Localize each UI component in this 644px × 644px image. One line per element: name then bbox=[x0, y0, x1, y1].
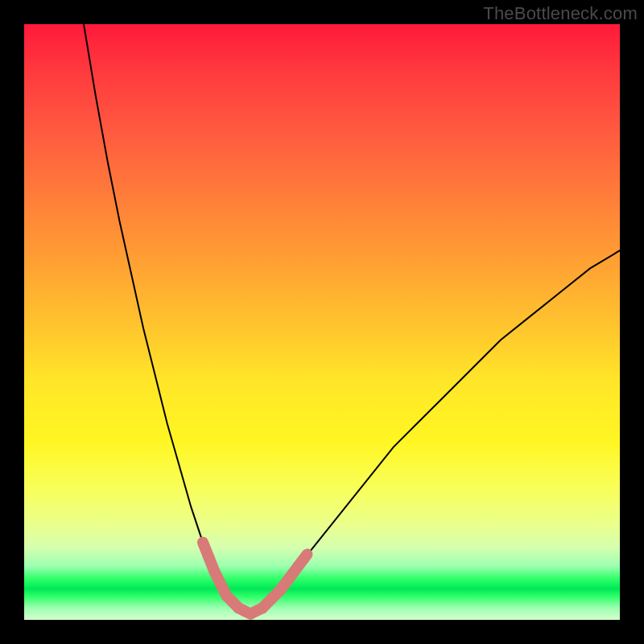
curve-layer bbox=[24, 24, 620, 620]
plot-area bbox=[24, 24, 620, 620]
valley-marker-segment bbox=[298, 555, 307, 567]
chart-frame: TheBottleneck.com bbox=[0, 0, 644, 644]
curves-group bbox=[84, 24, 620, 614]
watermark-text: TheBottleneck.com bbox=[483, 3, 638, 24]
valley-marker-flat bbox=[250, 608, 262, 613]
curve-left-branch bbox=[84, 24, 250, 614]
markers-group bbox=[203, 543, 308, 614]
